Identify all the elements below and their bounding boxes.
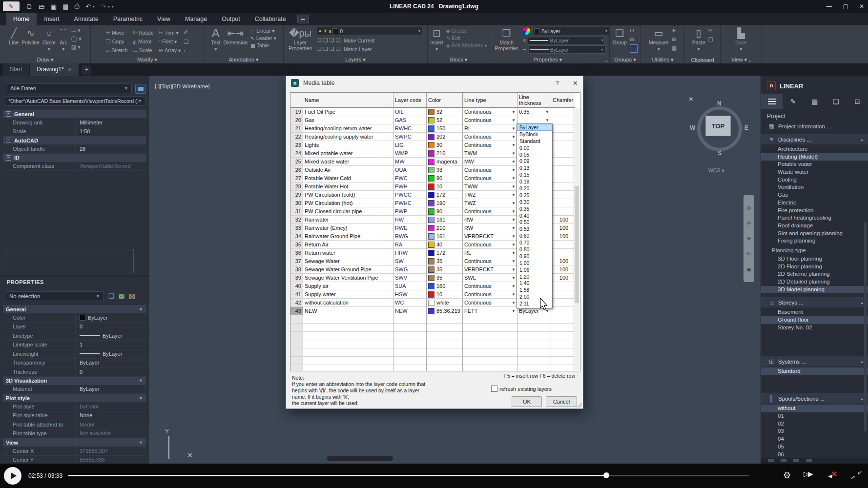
measure-button[interactable]: ▭Measure▾ — [649, 27, 669, 53]
cell-color[interactable]: white — [427, 299, 463, 307]
arc-button[interactable]: ⌒Arc▾ — [59, 27, 68, 53]
cell-color[interactable]: 32 — [427, 108, 463, 116]
line-button[interactable]: ╱Line — [9, 27, 19, 45]
cell-color[interactable]: magenta — [427, 158, 463, 166]
cell-name[interactable]: Sewage Water Ground Pipe — [303, 265, 393, 274]
dropdown-arrow-icon[interactable]: ▼ — [510, 118, 517, 122]
property-value[interactable]: 0 — [75, 367, 146, 376]
cell-line-type[interactable]: SWL▼ — [463, 274, 517, 282]
refresh-layers-checkbox[interactable]: refresh existing layers — [491, 386, 552, 392]
property-value[interactable]: ByLayer — [75, 331, 146, 340]
cell-color[interactable]: 10 — [427, 290, 463, 299]
table-scrollbar[interactable] — [574, 108, 580, 371]
media-table-row[interactable]: 19Fuel Oil PipeOIL32Continuous▼0.35▼ — [290, 108, 580, 116]
spool-item[interactable]: 03 — [761, 427, 868, 435]
property-row[interactable]: TransparencyByLayer — [3, 359, 146, 368]
planning-type-item[interactable]: 2D Detailed planning — [761, 278, 868, 286]
thickness-option[interactable]: 0.09 — [517, 158, 552, 164]
cell-line-type[interactable]: VERDECKT▼ — [463, 265, 517, 274]
dropdown-arrow-icon[interactable]: ▼ — [510, 151, 517, 156]
leader-button[interactable]: ↖ Leader ▾ — [250, 35, 276, 41]
selection-select[interactable]: No selection▼ — [6, 291, 103, 301]
ribbon-options-button[interactable]: ▬ — [297, 15, 309, 23]
make-current-button[interactable]: ❏ ❏ ❏ ❏Make Current — [317, 37, 427, 44]
property-value[interactable]: Model — [75, 420, 146, 429]
cell-chamfer[interactable] — [551, 183, 575, 191]
media-table-empty-row[interactable] — [290, 340, 580, 348]
dropdown-arrow-icon[interactable]: ▼ — [510, 110, 517, 114]
discipline-item[interactable]: Panel heating/cooling — [761, 214, 868, 222]
insert-block-button[interactable]: ⊡Insert▾ — [430, 27, 443, 53]
row-number[interactable]: 25 — [290, 158, 303, 166]
cell-chamfer[interactable] — [551, 299, 575, 307]
spool-item[interactable]: 02 — [761, 420, 868, 428]
cell-line-type[interactable]: RL▼ — [463, 249, 517, 257]
row-number[interactable]: 43 — [290, 307, 303, 315]
cell-name[interactable]: Heating/cooling supply water — [303, 133, 393, 141]
tab-home[interactable]: Home — [6, 13, 37, 25]
cell-layer-code[interactable]: SWG — [393, 265, 427, 274]
chevron-down-icon[interactable]: ▼ — [139, 440, 143, 445]
wcs-menu[interactable]: WCS ▾ — [708, 167, 724, 173]
row-number[interactable]: 33 — [290, 224, 303, 232]
discipline-item[interactable]: Slot and opening planning — [761, 230, 868, 238]
thickness-option[interactable]: 0.18 — [517, 178, 552, 185]
cell-line-type[interactable]: TWZ▼ — [463, 191, 517, 199]
dropdown-arrow-icon[interactable]: ▼ — [510, 259, 517, 264]
row-number[interactable]: 30 — [290, 199, 303, 207]
cell-line-type[interactable]: TWZ▼ — [463, 199, 517, 207]
block-panel-label[interactable]: Block ▾ — [428, 57, 490, 63]
move-button[interactable]: ✛Move — [106, 30, 128, 36]
annotation-panel-label[interactable]: Annotation ▾ — [204, 57, 283, 63]
column-line-type[interactable]: Line type — [463, 93, 517, 108]
cell-line-type[interactable]: Continuous▼ — [463, 166, 517, 174]
cell-color[interactable]: 90 — [427, 174, 463, 183]
column-layer-code[interactable]: Layer code — [393, 93, 427, 108]
row-number[interactable]: 26 — [290, 166, 303, 174]
erase-icon[interactable]: ✐ — [184, 29, 188, 36]
linear-tab-calculate[interactable]: ▦ — [804, 94, 826, 109]
properties-panel-label[interactable]: Properties ▾ ⌟ — [490, 57, 609, 63]
thickness-option[interactable]: 0.70 — [517, 239, 552, 246]
cell-name[interactable]: Rainwater (Emcy) — [303, 224, 393, 232]
offset-icon[interactable]: ⊂ — [184, 47, 188, 55]
cell-chamfer[interactable]: 100 — [551, 216, 575, 224]
chevron-down-icon[interactable]: ▼ — [139, 378, 143, 383]
cell-layer-code[interactable]: HRW — [393, 249, 427, 257]
select-objects-icon[interactable]: ▩ — [119, 292, 125, 300]
dropdown-arrow-icon[interactable]: ▼ — [510, 226, 517, 230]
property-value[interactable]: 373886.907 — [75, 447, 146, 455]
storey-item[interactable]: Ground floor — [761, 316, 868, 324]
rotate-button[interactable]: ↻Rotate — [133, 30, 154, 36]
cell-name[interactable]: Heating/cooling return water — [303, 124, 393, 133]
toggle-pickadd-icon[interactable]: ❏ — [108, 292, 115, 300]
minimize-button[interactable]: — — [827, 3, 832, 10]
cell-name[interactable]: PW Closed circular pipe — [303, 207, 393, 216]
layer-select[interactable]: ● ☀ ▮ 0 ▾ — [317, 27, 422, 35]
row-number[interactable]: 35 — [290, 241, 303, 249]
media-table-empty-row[interactable] — [290, 324, 580, 332]
base-view-button[interactable]: ▙Base▾ — [735, 27, 747, 53]
new-drawing-tab-button[interactable]: + — [82, 65, 91, 75]
settings-gear-icon[interactable]: ⚙ — [783, 470, 791, 481]
cell-chamfer[interactable] — [551, 191, 575, 199]
cell-line-type[interactable]: MW▼ — [463, 158, 517, 166]
object-color-select[interactable]: ByLayer▾ — [532, 27, 609, 35]
discipline-item[interactable]: Roof drainage — [761, 222, 868, 230]
cell-layer-code[interactable]: RWHC — [393, 124, 427, 133]
row-number[interactable]: 31 — [290, 207, 303, 216]
discipline-item[interactable]: Potable water — [761, 161, 868, 168]
dropdown-arrow-icon[interactable]: ▼ — [544, 110, 551, 114]
dropdown-arrow-icon[interactable]: ▼ — [510, 209, 517, 214]
navigation-bar[interactable]: ◎ ✛ ⊕ ↻ ▣ — [744, 195, 754, 282]
chevron-down-icon[interactable]: ▼ — [139, 396, 143, 401]
explode-icon[interactable]: ❏ — [184, 38, 188, 45]
cell-line-type[interactable]: Continuous▼ — [463, 108, 517, 116]
discipline-item[interactable]: Gas — [761, 191, 868, 199]
cell-chamfer[interactable] — [551, 174, 575, 183]
collapse-icon[interactable]: ▴ — [861, 300, 863, 305]
systems-header[interactable]: ⊞ Systems ... ▴ — [761, 356, 868, 366]
thickness-option[interactable]: 0.40 — [517, 212, 552, 219]
tab-view[interactable]: View — [150, 13, 178, 25]
compass-north[interactable]: N — [717, 100, 722, 107]
